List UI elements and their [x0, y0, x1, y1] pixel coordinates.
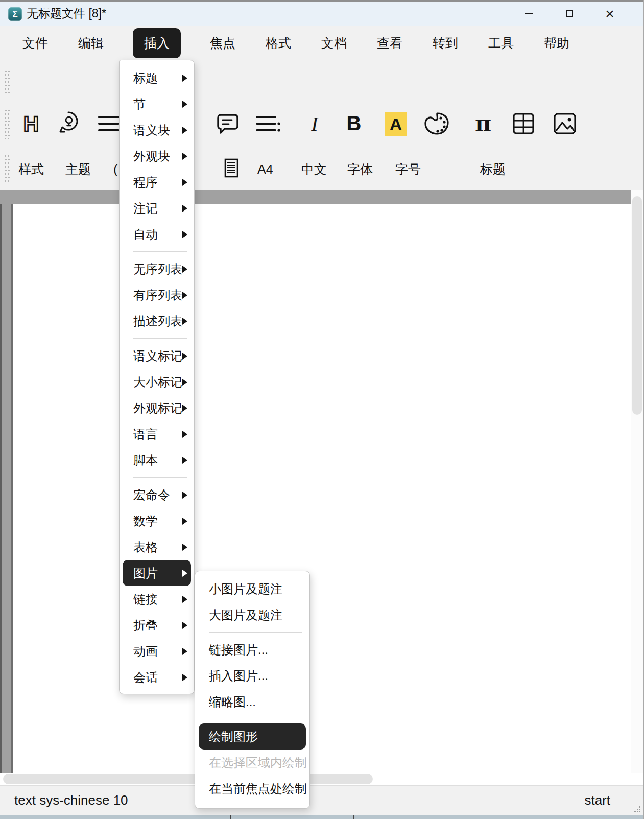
insert-menu-item-note[interactable]: 注记 [120, 195, 194, 221]
window-title: 无标题文件 [8]* [27, 2, 106, 26]
menu-file[interactable]: 文件 [21, 32, 49, 55]
drag-handle[interactable] [4, 109, 10, 139]
bold-button[interactable]: B [341, 108, 367, 138]
status-position: start [584, 792, 610, 808]
menu-go[interactable]: 转到 [432, 32, 459, 55]
menu-document[interactable]: 文档 [320, 32, 348, 55]
insert-menu-dropdown: 标题 节 语义块 外观块 程序 注记 自动 无序列表 有序列表 描述列表 语义标… [119, 60, 195, 694]
insert-menu-item-animation[interactable]: 动画 [120, 638, 194, 664]
theme-button[interactable]: 主题 [65, 160, 91, 178]
document-page[interactable] [13, 204, 631, 773]
insert-image-button[interactable] [552, 110, 578, 137]
menu-format[interactable]: 格式 [265, 32, 292, 55]
font-label: 字体 [347, 161, 373, 178]
insert-menu-item-language[interactable]: 语言 [120, 421, 194, 447]
insert-menu-item-unordered-list[interactable]: 无序列表 [120, 256, 194, 282]
page-icon [224, 158, 238, 178]
insert-menu-item-image[interactable]: 图片 [123, 560, 191, 586]
submenu-arrow-icon [182, 179, 187, 186]
close-button[interactable]: × [598, 2, 622, 26]
submenu-arrow-icon [182, 266, 187, 273]
submenu-item-draw-at-focus[interactable]: 在当前焦点处绘制 [195, 776, 309, 802]
menu-tools[interactable]: 工具 [487, 32, 515, 55]
insert-menu-item-semantic-markup[interactable]: 语义标记 [120, 343, 194, 369]
drag-handle[interactable] [4, 154, 10, 184]
insert-menu-item-section[interactable]: 节 [120, 91, 194, 117]
submenu-item-big-figure[interactable]: 大图片及题注 [195, 602, 309, 628]
submenu-arrow-icon [182, 127, 187, 134]
table-button[interactable] [511, 110, 536, 137]
submenu-item-link-image[interactable]: 链接图片... [195, 637, 309, 663]
insert-menu-item-table[interactable]: 表格 [120, 534, 194, 560]
insert-menu-item-semantic-block[interactable]: 语义块 [120, 117, 194, 143]
insert-menu-item-session[interactable]: 会话 [120, 664, 194, 690]
menu-separator [133, 477, 187, 478]
paper-size-label: A4 [257, 162, 273, 177]
head-lightbulb-icon [56, 110, 81, 137]
submenu-item-insert-image[interactable]: 插入图片... [195, 663, 309, 689]
image-icon [553, 112, 577, 135]
insert-menu-item-link[interactable]: 链接 [120, 586, 194, 612]
insert-menu-item-math[interactable]: 数学 [120, 508, 194, 534]
horizontal-scrollbar[interactable] [0, 773, 644, 785]
submenu-arrow-icon [182, 292, 187, 299]
submenu-arrow-icon [182, 75, 187, 82]
submenu-arrow-icon [182, 318, 187, 325]
font-size-label: 字号 [395, 161, 421, 178]
insert-menu-item-description-list[interactable]: 描述列表 [120, 308, 194, 334]
resize-grip[interactable] [634, 806, 640, 812]
math-button[interactable]: π [470, 107, 496, 139]
comment-button[interactable] [216, 111, 240, 136]
italic-button[interactable]: I [302, 109, 327, 138]
insert-menu-item-size-markup[interactable]: 大小标记 [120, 369, 194, 395]
submenu-arrow-icon [182, 596, 187, 603]
language-button[interactable]: 中文 [301, 160, 327, 178]
menu-insert[interactable]: 插入 [133, 28, 181, 58]
list-options-button[interactable] [255, 113, 281, 135]
drag-handle[interactable] [4, 69, 10, 96]
menu-help[interactable]: 帮助 [543, 32, 570, 55]
insert-menu-item-ordered-list[interactable]: 有序列表 [120, 282, 194, 308]
minimize-button[interactable] [517, 2, 540, 26]
application-window: { "window": { "title": "无标题文件 [8]*", "ap… [0, 0, 644, 819]
submenu-item-thumbnail[interactable]: 缩略图... [195, 689, 309, 715]
vertical-scrollbar[interactable] [631, 190, 644, 773]
insert-menu-item-title[interactable]: 标题 [120, 65, 194, 91]
color-palette-button[interactable] [423, 110, 450, 137]
truncated-widget[interactable]: ( [113, 160, 117, 178]
insert-menu-item-appearance-block[interactable]: 外观块 [120, 143, 194, 169]
paper-size-button[interactable]: A4 [257, 160, 273, 178]
style-label: 样式 [18, 161, 44, 178]
page-layout-button[interactable] [223, 156, 240, 180]
menu-separator [133, 338, 187, 339]
paragraph-menu-button[interactable] [97, 113, 121, 135]
vertical-scrollbar-thumb[interactable] [632, 196, 642, 415]
insert-menu-item-program[interactable]: 程序 [120, 169, 194, 195]
menu-view[interactable]: 查看 [376, 32, 403, 55]
submenu-item-small-figure[interactable]: 小图片及题注 [195, 576, 309, 602]
title-style-label: 标题 [480, 161, 506, 178]
status-mode: text sys-chinese 10 [14, 792, 128, 808]
comment-icon [216, 112, 240, 135]
maximize-button[interactable] [558, 2, 581, 26]
taskbar-edge [0, 815, 644, 819]
insert-menu-item-script[interactable]: 脚本 [120, 447, 194, 473]
title-style-button[interactable]: 标题 [480, 160, 506, 178]
insert-menu-item-appearance-markup[interactable]: 外观标记 [120, 395, 194, 421]
font-button[interactable]: 字体 [347, 160, 373, 178]
hamburger-lines-icon [98, 115, 120, 133]
menu-focus[interactable]: 焦点 [209, 32, 236, 55]
highlight-icon: A [385, 112, 407, 136]
highlight-color-button[interactable]: A [384, 111, 408, 137]
insert-menu-item-fold[interactable]: 折叠 [120, 612, 194, 638]
idea-button[interactable] [55, 110, 82, 137]
insert-menu-item-macro[interactable]: 宏命令 [120, 482, 194, 508]
insert-menu-item-automatic[interactable]: 自动 [120, 221, 194, 247]
style-button[interactable]: 样式 [18, 160, 44, 178]
heading-button[interactable]: H [19, 112, 43, 136]
paren-label: ( [113, 162, 117, 177]
font-size-button[interactable]: 字号 [395, 160, 421, 178]
submenu-item-draw-image[interactable]: 绘制图形 [199, 723, 306, 750]
horizontal-scrollbar-thumb[interactable] [3, 774, 373, 784]
menu-edit[interactable]: 编辑 [77, 32, 105, 55]
